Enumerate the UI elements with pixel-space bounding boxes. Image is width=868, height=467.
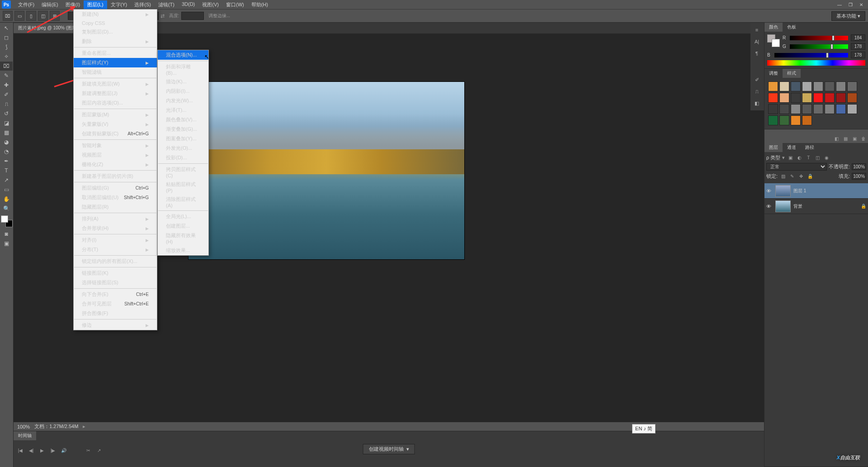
filter-icon[interactable]: ▣	[787, 154, 794, 161]
height-field[interactable]	[181, 12, 204, 20]
style-swatch[interactable]	[825, 81, 835, 91]
color-slider[interactable]	[790, 36, 848, 40]
minimize-button[interactable]: —	[835, 1, 844, 8]
brush-panel-icon[interactable]: ✐	[751, 74, 762, 85]
layer-row[interactable]: 👁图层 1	[764, 183, 868, 199]
opt-icon[interactable]: ▭	[14, 11, 24, 21]
menu-item[interactable]: 新建(N)▶	[74, 10, 157, 19]
menu-帮助(H)[interactable]: 帮助(H)	[248, 0, 272, 9]
menu-item[interactable]: 向下合并(E)Ctrl+E	[74, 290, 157, 299]
menu-item[interactable]: 内发光(W)...	[158, 96, 208, 105]
menu-item[interactable]: 颜色叠加(V)...	[158, 115, 208, 124]
menu-item[interactable]: 分布(T)▶	[74, 245, 157, 254]
menu-item[interactable]: 新建填充图层(W)▶	[74, 79, 157, 89]
style-swatch[interactable]	[813, 104, 823, 114]
menu-item[interactable]: 新建基于图层的切片(B)	[74, 172, 157, 181]
straighten-button[interactable]: 调整边缘...	[208, 13, 230, 19]
history-brush-icon[interactable]: ↺	[0, 109, 13, 118]
menu-item[interactable]: 对齐(I)▶	[74, 235, 157, 245]
menu-item[interactable]: 渐变叠加(G)...	[158, 124, 208, 134]
crop-tool-icon[interactable]: ⌧	[0, 62, 13, 71]
style-swatch[interactable]	[847, 104, 857, 114]
filter-icon[interactable]: T	[805, 154, 812, 161]
menu-item[interactable]: 图层样式(Y)▶	[74, 58, 157, 67]
lock-transparent-icon[interactable]: ▨	[779, 172, 787, 180]
color-value[interactable]: 178	[851, 52, 865, 58]
adjust-tab[interactable]: 调整	[764, 69, 783, 78]
menu-item[interactable]: 锁定组内的所有图层(X)...	[74, 257, 157, 266]
style-swatch[interactable]	[768, 81, 778, 91]
menu-item[interactable]: 重命名图层...	[74, 48, 157, 58]
zoom-tool-icon[interactable]: 🔍	[0, 204, 13, 213]
channels-tab[interactable]: 通道	[783, 143, 801, 152]
menu-item[interactable]: 斜面和浮雕(B)...	[158, 62, 208, 77]
pen-tool-icon[interactable]: ✒	[0, 157, 13, 166]
opt-icon[interactable]: ▯	[26, 11, 36, 21]
menu-图层(L)[interactable]: 图层(L)	[84, 0, 107, 9]
shape-tool-icon[interactable]: ▭	[0, 185, 13, 194]
lock-move-icon[interactable]: ✥	[797, 172, 805, 180]
color-slider[interactable]	[790, 44, 848, 49]
visibility-icon[interactable]: 👁	[766, 188, 773, 194]
prev-frame-icon[interactable]: ◀|	[28, 447, 34, 453]
dodge-tool-icon[interactable]: ◔	[0, 147, 13, 156]
style-swatch[interactable]	[791, 104, 801, 114]
style-swatch[interactable]	[768, 104, 778, 114]
foreground-background-colors[interactable]	[1, 215, 13, 227]
color-value[interactable]: 178	[851, 43, 865, 50]
create-video-timeline-button[interactable]: 创建视频时间轴▾	[363, 444, 415, 454]
style-swatch[interactable]	[813, 93, 823, 103]
close-button[interactable]: ✕	[856, 1, 866, 8]
menu-滤镜(T)[interactable]: 滤镜(T)	[155, 0, 178, 9]
wand-tool-icon[interactable]: ✧	[0, 52, 13, 61]
style-swatch[interactable]	[791, 81, 801, 91]
menu-item[interactable]: 描边(K)...	[158, 77, 208, 86]
layer-thumbnail[interactable]	[775, 200, 791, 212]
type-tool-icon[interactable]: T	[0, 166, 13, 175]
color-value[interactable]: 184	[851, 34, 865, 41]
style-swatch[interactable]	[802, 81, 812, 91]
style-swatch[interactable]	[836, 81, 846, 91]
menu-选择(S)[interactable]: 选择(S)	[131, 0, 155, 9]
quickmask-icon[interactable]: ◙	[0, 229, 13, 238]
style-swatch[interactable]	[847, 93, 857, 103]
layer-name[interactable]: 图层 1	[793, 188, 806, 194]
clone-panel-icon[interactable]: ◧	[751, 98, 762, 109]
spectrum-bar[interactable]	[767, 60, 865, 66]
style-swatch[interactable]	[813, 81, 823, 91]
visibility-icon[interactable]: 👁	[766, 204, 773, 209]
history-panel-icon[interactable]: ≡	[751, 24, 762, 35]
healing-tool-icon[interactable]: ✚	[0, 81, 13, 90]
menu-item[interactable]: 外发光(O)...	[158, 143, 208, 153]
transition-icon[interactable]: ↗	[96, 447, 102, 453]
menu-item[interactable]: 隐藏图层(R)	[74, 202, 157, 212]
timeline-tab[interactable]: 时间轴	[14, 431, 36, 440]
play-icon[interactable]: ▶	[39, 447, 45, 453]
menu-视图(V)[interactable]: 视图(V)	[198, 0, 222, 9]
paragraph-panel-icon[interactable]: ¶	[751, 48, 762, 59]
ime-indicator[interactable]: EN ♪ 简	[632, 424, 656, 434]
lasso-tool-icon[interactable]: ⟆	[0, 43, 13, 52]
menu-窗口(W)[interactable]: 窗口(W)	[222, 0, 248, 9]
style-swatch[interactable]	[825, 104, 835, 114]
eyedropper-tool-icon[interactable]: ✎	[0, 71, 13, 80]
menu-编辑(E)[interactable]: 编辑(E)	[38, 0, 62, 9]
screenmode-icon[interactable]: ▣	[0, 239, 13, 248]
menu-文字(Y)[interactable]: 文字(Y)	[107, 0, 131, 9]
audio-icon[interactable]: 🔊	[61, 447, 67, 453]
style-swatch[interactable]	[779, 115, 789, 125]
crop-tool-icon[interactable]: ⌧	[3, 11, 13, 21]
style-swatch[interactable]	[768, 115, 778, 125]
style-swatch[interactable]	[802, 93, 812, 103]
layer-row[interactable]: 👁背景🔒	[764, 199, 868, 214]
stamp-tool-icon[interactable]: ⎍	[0, 100, 13, 109]
opacity-value[interactable]: 100%	[852, 163, 866, 170]
style-swatch[interactable]	[825, 93, 835, 103]
next-frame-icon[interactable]: |▶	[50, 447, 56, 453]
panel-icon[interactable]: ▣	[851, 135, 858, 142]
path-tool-icon[interactable]: ↗	[0, 176, 13, 185]
paths-tab[interactable]: 路径	[801, 143, 819, 152]
brush-presets-icon[interactable]: ⎍	[751, 86, 762, 97]
menu-图像(I)[interactable]: 图像(I)	[62, 0, 84, 9]
opt-icon[interactable]: ◫	[38, 11, 48, 21]
